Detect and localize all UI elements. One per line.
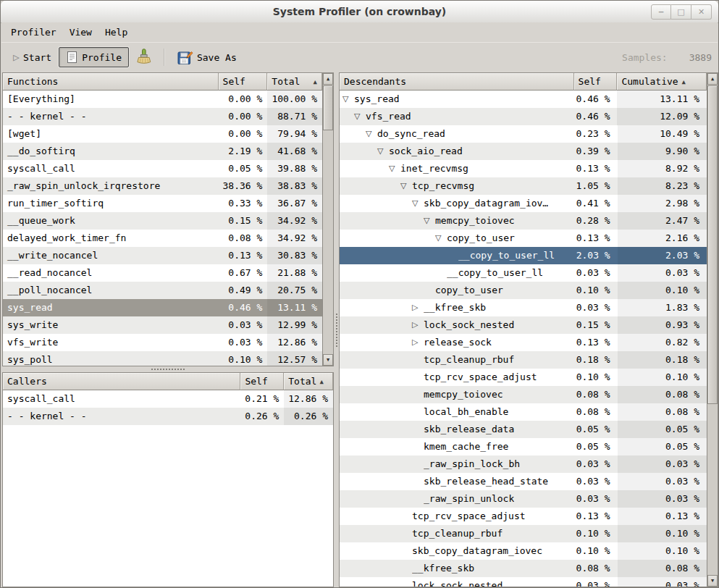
table-row[interactable]: - - kernel - -0.26 %0.26 % xyxy=(3,408,333,425)
table-row[interactable]: __poll_nocancel0.49 %20.75 % xyxy=(3,282,322,299)
column-header-descendants[interactable]: Descendants xyxy=(340,73,574,91)
function-name: __write_nocancel xyxy=(3,247,219,264)
tree-row[interactable]: __copy_to_user_ll2.03 %2.03 % xyxy=(340,247,707,264)
expander-open-icon[interactable]: ▽ xyxy=(389,160,400,177)
expander-open-icon[interactable]: ▽ xyxy=(412,195,424,212)
expander-open-icon[interactable]: ▽ xyxy=(354,108,366,125)
function-name: sys_poll xyxy=(3,351,219,366)
table-row[interactable]: sys_poll0.10 %12.57 % xyxy=(3,351,322,366)
start-button[interactable]: ▷ Start xyxy=(6,49,59,67)
tree-row[interactable]: __copy_to_user_ll0.03 %0.03 % xyxy=(340,264,707,282)
scroll-down-button[interactable]: ▼ xyxy=(707,575,718,587)
tree-row[interactable]: _raw_spin_lock_bh0.03 %0.03 % xyxy=(340,455,707,473)
functions-panel: Functions Self Total ▲ [Everything]0.00 … xyxy=(2,72,334,366)
total-percent: 79.94 % xyxy=(267,125,322,143)
minimize-button[interactable]: ‒ xyxy=(651,4,671,20)
tree-row[interactable]: ▽sys_read0.46 %13.11 % xyxy=(340,91,707,108)
cumulative-percent: 0.10 % xyxy=(618,542,707,560)
menu-help[interactable]: Help xyxy=(98,25,134,40)
expander-closed-icon[interactable]: ▷ xyxy=(412,316,424,334)
column-header-total[interactable]: Total ▲ xyxy=(284,373,333,390)
tree-row[interactable]: ▷lock_sock_nested0.15 %0.93 % xyxy=(340,316,707,334)
function-name: __poll_nocancel xyxy=(3,282,219,299)
tree-row[interactable]: ▽copy_to_user0.13 %2.16 % xyxy=(340,230,707,247)
table-row[interactable]: __write_nocancel0.13 %30.83 % xyxy=(3,247,322,264)
close-button[interactable]: ✕ xyxy=(691,4,712,20)
table-row[interactable]: sys_read0.46 %13.11 % xyxy=(3,299,322,316)
table-row[interactable]: vfs_write0.03 %12.86 % xyxy=(3,334,322,351)
horizontal-splitter[interactable] xyxy=(2,366,334,372)
column-header-self[interactable]: Self xyxy=(574,73,618,91)
table-row[interactable]: syscall_call0.21 %12.86 % xyxy=(3,390,333,408)
scroll-down-button[interactable]: ▼ xyxy=(323,354,333,366)
tree-row[interactable]: __kfree_skb0.08 %0.08 % xyxy=(340,560,707,577)
column-header-total[interactable]: Total ▲ xyxy=(267,73,322,91)
menu-profiler[interactable]: Profiler xyxy=(4,25,63,40)
table-row[interactable]: run_timer_softirq0.33 %36.87 % xyxy=(3,195,322,212)
scrollbar-thumb[interactable] xyxy=(323,85,333,130)
titlebar[interactable]: System Profiler (on crownbay) ‒□✕ xyxy=(1,1,718,23)
tree-row[interactable]: tcp_cleanup_rbuf0.10 %0.10 % xyxy=(340,525,707,542)
tree-row[interactable]: kmem_cache_free0.05 %0.05 % xyxy=(340,438,707,455)
expander-closed-icon[interactable]: ▷ xyxy=(412,299,424,316)
table-row[interactable]: syscall_call0.05 %39.88 % xyxy=(3,160,322,177)
expander-closed-icon[interactable]: ▷ xyxy=(412,334,424,351)
table-row[interactable]: [wget]0.00 %79.94 % xyxy=(3,125,322,143)
reset-profile-button[interactable] xyxy=(129,45,159,70)
tree-row[interactable]: copy_to_user0.10 %0.10 % xyxy=(340,282,707,299)
tree-row[interactable]: ▽tcp_recvmsg1.05 %8.23 % xyxy=(340,177,707,195)
column-header-self[interactable]: Self xyxy=(219,73,268,91)
tree-row[interactable]: ▽do_sync_read0.23 %10.49 % xyxy=(340,125,707,143)
tree-row[interactable]: tcp_cleanup_rbuf0.18 %0.18 % xyxy=(340,351,707,369)
tree-row[interactable]: ▷__kfree_skb0.03 %1.83 % xyxy=(340,299,707,316)
table-row[interactable]: delayed_work_timer_fn0.08 %34.92 % xyxy=(3,230,322,247)
tree-row[interactable]: ▽skb_copy_datagram_iov…0.41 %2.98 % xyxy=(340,195,707,212)
table-row[interactable]: __queue_work0.15 %34.92 % xyxy=(3,212,322,230)
tree-row[interactable]: lock_sock_nested0.03 %0.03 % xyxy=(340,577,707,587)
table-row[interactable]: __read_nocancel0.67 %21.88 % xyxy=(3,264,322,282)
table-row[interactable]: - - kernel - -0.00 %88.71 % xyxy=(3,108,322,125)
tree-row[interactable]: local_bh_enable0.08 %0.08 % xyxy=(340,403,707,421)
callers-panel: Callers Self Total ▲ syscall_call0.21 %1… xyxy=(2,372,334,587)
expander-open-icon[interactable]: ▽ xyxy=(366,125,377,143)
self-percent: 0.33 % xyxy=(219,195,268,212)
expander-open-icon[interactable]: ▽ xyxy=(424,212,435,230)
expander-open-icon[interactable]: ▽ xyxy=(342,91,354,108)
functions-scrollbar[interactable]: ▲ ▼ xyxy=(322,73,333,366)
menu-view[interactable]: View xyxy=(63,25,98,40)
profile-toggle-button[interactable]: Profile xyxy=(59,47,129,67)
tree-row[interactable]: ▽inet_recvmsg0.13 %8.92 % xyxy=(340,160,707,177)
tree-row[interactable]: skb_copy_datagram_iovec0.10 %0.10 % xyxy=(340,542,707,560)
table-row[interactable]: _raw_spin_unlock_irqrestore38.36 %38.83 … xyxy=(3,177,322,195)
tree-row[interactable]: skb_release_data0.05 %0.05 % xyxy=(340,421,707,438)
save-as-button[interactable]: Save As xyxy=(170,46,244,69)
self-percent: 38.36 % xyxy=(219,177,268,195)
self-percent: 0.46 % xyxy=(574,91,618,108)
expander-open-icon[interactable]: ▽ xyxy=(400,177,412,195)
table-row[interactable]: __do_softirq2.19 %41.68 % xyxy=(3,143,322,160)
tree-row[interactable]: ▷release_sock0.13 %0.82 % xyxy=(340,334,707,351)
tree-row[interactable]: tcp_rcv_space_adjust0.10 %0.10 % xyxy=(340,369,707,386)
expander-open-icon[interactable]: ▽ xyxy=(377,143,389,160)
tree-row[interactable]: ▽vfs_read0.46 %12.09 % xyxy=(340,108,707,125)
scroll-up-button[interactable]: ▲ xyxy=(707,73,718,85)
self-percent: 0.13 % xyxy=(574,334,618,351)
vertical-splitter[interactable] xyxy=(334,72,339,587)
tree-row[interactable]: _raw_spin_unlock0.03 %0.03 % xyxy=(340,490,707,508)
table-row[interactable]: [Everything]0.00 %100.00 % xyxy=(3,91,322,108)
expander-open-icon[interactable]: ▽ xyxy=(435,230,447,247)
column-header-callers[interactable]: Callers xyxy=(3,373,240,390)
column-header-functions[interactable]: Functions xyxy=(3,73,219,91)
tree-row[interactable]: skb_release_head_state0.03 %0.03 % xyxy=(340,473,707,490)
descendants-scrollbar[interactable]: ▲ ▼ xyxy=(707,73,718,587)
table-row[interactable]: sys_write0.03 %12.99 % xyxy=(3,316,322,334)
tree-row[interactable]: tcp_rcv_space_adjust0.13 %0.13 % xyxy=(340,508,707,525)
tree-row[interactable]: ▽memcpy_toiovec0.28 %2.47 % xyxy=(340,212,707,230)
scrollbar-thumb[interactable] xyxy=(707,85,718,404)
column-header-cumulative[interactable]: Cumulative ▲ xyxy=(617,73,707,91)
column-header-self[interactable]: Self xyxy=(240,373,284,390)
tree-row[interactable]: memcpy_toiovec0.08 %0.08 % xyxy=(340,386,707,403)
tree-row[interactable]: ▽sock_aio_read0.39 %9.90 % xyxy=(340,143,707,160)
maximize-button[interactable]: □ xyxy=(671,4,691,20)
scroll-up-button[interactable]: ▲ xyxy=(323,73,333,85)
